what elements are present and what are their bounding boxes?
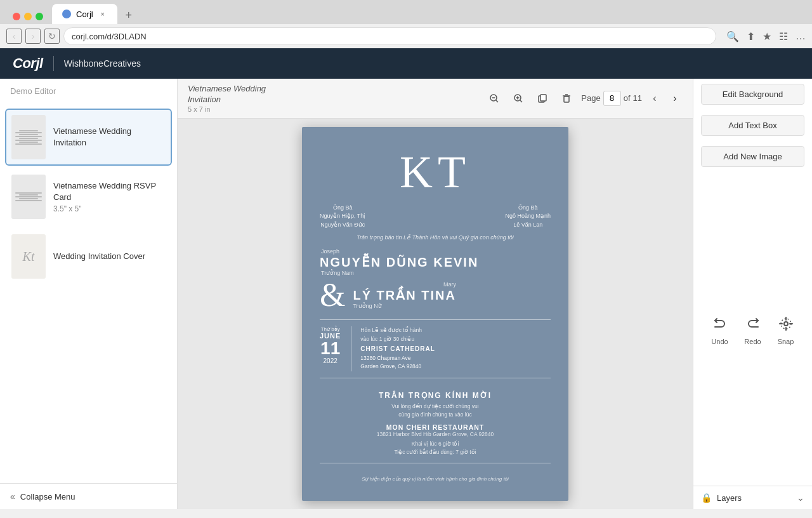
layers-panel[interactable]: 🔒 Layers ⌄ (693, 486, 812, 509)
doc-bride-sub: Trưởng Nữ (353, 303, 455, 309)
redo-action[interactable]: Redo (742, 312, 764, 345)
doc-groom-name: NGUYỄN DŨNG KEVIN (320, 255, 551, 270)
minimize-window-btn[interactable] (24, 13, 32, 20)
sidebar-item-label-rsvp: Vietnamese Wedding RSVP Card (53, 180, 166, 203)
doc-groom-prefix: Joseph (321, 248, 551, 255)
doc-venue-info: Hôn Lễ sẽ được tổ hành vào lúc 1 giờ 30 … (351, 326, 551, 371)
zoom-in-btn[interactable] (509, 89, 528, 108)
app: Corjl WishboneCreatives Demo Editor (0, 48, 812, 509)
add-text-box-btn[interactable]: Add Text Box (701, 115, 804, 136)
svg-rect-9 (564, 96, 569, 102)
sidebar-item-rsvp[interactable]: Vietnamese Wedding RSVP Card 3.5" x 5" (5, 168, 172, 225)
new-tab-btn[interactable]: + (120, 6, 138, 24)
doc-venue-name: CHRIST CATHEDRAL (360, 344, 551, 354)
snap-action[interactable]: Snap (775, 312, 797, 345)
doc-day-label: Thứ bảy (320, 326, 341, 332)
doc-reception-header: TRÂN TRỌNG KÍNH MỜI (379, 391, 492, 400)
bookmark-icon[interactable]: ★ (763, 30, 771, 43)
undo-action[interactable]: Undo (709, 312, 731, 345)
browser-action-icons: 🔍 ⬆ ★ ☷ … (726, 30, 806, 43)
doc-bride-prefix: Mary (353, 281, 455, 288)
doc-venue-addr2: Garden Grove, CA 92840 (360, 362, 551, 371)
doc-divider-mid (320, 378, 551, 378)
doc-parent-left: Ông Bà Nguyễn Hiệp, Thị Nguyễn Văn Đức (320, 204, 365, 230)
doc-groom-section: Joseph NGUYỄN DŨNG KEVIN Trưởng Nam (320, 248, 551, 276)
doc-intro: Trân trọng báo tin Lễ Thành Hôn và vui Q… (357, 234, 513, 241)
redo-label: Redo (744, 338, 761, 345)
doc-date-venue: Thứ bảy JUNE 11 2022 Hôn Lễ sẽ được tổ h… (320, 326, 551, 371)
snap-icon (775, 312, 797, 335)
doc-divider-top (320, 319, 551, 320)
undo-icon (709, 312, 731, 335)
add-new-image-btn[interactable]: Add New Image (701, 146, 804, 167)
doc-year: 2022 (320, 357, 341, 364)
next-page-btn[interactable]: › (667, 91, 683, 106)
right-panel: Edit Background Add Text Box Add New Ima… (693, 79, 812, 509)
collapse-label: Collapse Menu (20, 492, 75, 501)
prev-page-btn[interactable]: ‹ (647, 91, 662, 106)
svg-line-6 (520, 100, 522, 102)
sidebar-thumb-vwi (11, 115, 46, 159)
svg-line-2 (496, 100, 498, 102)
doc-divider-bottom (320, 463, 551, 463)
sidebar-toggle-icon[interactable]: ☷ (779, 30, 788, 43)
sidebar-thumb-rsvp (11, 175, 46, 219)
search-icon[interactable]: 🔍 (726, 30, 739, 43)
close-window-btn[interactable] (13, 13, 20, 20)
doc-groom-sub: Trưởng Nam (321, 270, 551, 276)
snap-label: Snap (778, 338, 794, 345)
doc-reception-text: Vui lòng đến dự tiệc cưới chúng vui cùng… (391, 402, 478, 419)
sidebar-item-label-cover: Wedding Invitation Cover (53, 251, 145, 262)
doc-bride-info: Mary LÝ TRẦN TINA Trưởng Nữ (353, 281, 455, 309)
refresh-btn[interactable]: ↻ (44, 29, 60, 44)
maximize-window-btn[interactable] (36, 13, 43, 20)
doc-parents: Ông Bà Nguyễn Hiệp, Thị Nguyễn Văn Đức Ô… (320, 204, 551, 230)
browser-chrome: Corjl × + ‹ › ↻ corjl.com/d/3DLADN 🔍 ⬆ ★… (0, 0, 812, 48)
undo-label: Undo (711, 338, 728, 345)
doc-venue-addr1: 13280 Chapman Ave (360, 354, 551, 363)
doc-restaurant-name: MON CHERI RESTAURANT (386, 423, 485, 431)
share-icon[interactable]: ⬆ (747, 30, 755, 43)
doc-ampersand-row: & Mary LÝ TRẦN TINA Trưởng Nữ (320, 279, 551, 312)
more-icon[interactable]: … (796, 30, 806, 43)
duplicate-btn[interactable] (533, 89, 552, 108)
doc-ampersand: & (320, 279, 345, 312)
sidebar-item-cover[interactable]: Kt Wedding Invitation Cover (5, 228, 172, 285)
sidebar-header: Demo Editor (0, 79, 177, 103)
sidebar-items: Vietnamese Wedding Invitation (0, 103, 177, 483)
sidebar-thumb-cover: Kt (11, 234, 46, 279)
window-controls (6, 9, 49, 24)
page-total: 11 (633, 93, 642, 103)
address-bar[interactable]: corjl.com/d/3DLADN (63, 27, 716, 45)
of-label: of (624, 93, 631, 103)
svg-point-12 (784, 322, 788, 326)
sidebar: Demo Editor (0, 79, 178, 509)
back-btn[interactable]: ‹ (6, 29, 22, 44)
page-number-input[interactable] (603, 91, 621, 106)
tab-title: Corjl (76, 10, 93, 19)
canvas-scroll[interactable]: KT Ông Bà Nguyễn Hiệp, Thị Nguyễn Văn Đứ… (178, 119, 693, 509)
doc-size: 5 x 7 in (188, 105, 271, 113)
doc-venue-time: vào lúc 1 giờ 30 chiều (360, 335, 551, 344)
doc-venue-intro: Hôn Lễ sẽ được tổ hành (360, 326, 551, 335)
delete-btn[interactable] (557, 89, 576, 108)
doc-day-num: 11 (320, 340, 341, 357)
canvas-area: Vietnamese Wedding Invitation 5 x 7 in (178, 79, 693, 509)
tab-close-btn[interactable]: × (98, 10, 107, 18)
zoom-out-btn[interactable] (485, 89, 504, 108)
browser-address-row: ‹ › ↻ corjl.com/d/3DLADN 🔍 ⬆ ★ ☷ … (0, 24, 812, 48)
edit-background-btn[interactable]: Edit Background (701, 84, 804, 105)
tab-favicon-icon (62, 10, 71, 18)
document-canvas: KT Ông Bà Nguyễn Hiệp, Thị Nguyễn Văn Đứ… (302, 127, 568, 501)
sidebar-item-sublabel-rsvp: 3.5" x 5" (53, 204, 166, 213)
page-label: Page (581, 93, 600, 103)
forward-btn[interactable]: › (25, 29, 41, 44)
doc-date: Thứ bảy JUNE 11 2022 (320, 326, 351, 371)
doc-restaurant-addr: 13821 Harbor Blvd Hib Garden Grove, CA 9… (377, 431, 494, 437)
page-nav: Page of 11 (581, 91, 642, 106)
layers-lock-icon: 🔒 (701, 493, 712, 503)
sidebar-collapse-btn[interactable]: « Collapse Menu (0, 483, 177, 509)
right-panel-actions: Undo Redo Snap (693, 305, 812, 353)
browser-tab[interactable]: Corjl × (52, 4, 117, 24)
sidebar-item-vietnamese-wedding[interactable]: Vietnamese Wedding Invitation (5, 109, 172, 166)
